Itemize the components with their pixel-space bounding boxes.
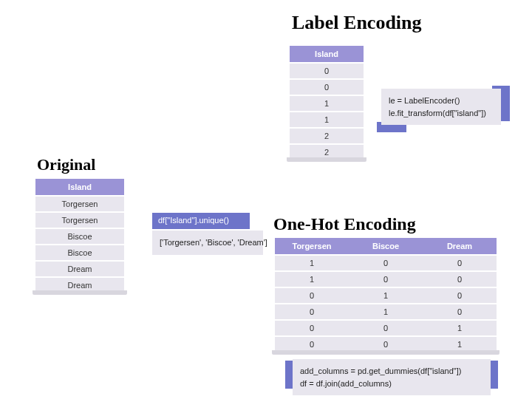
table-row: Biscoe: [35, 229, 124, 244]
code-label-encoding: le = LabelEncoder() le.fit_transform(df[…: [381, 89, 501, 125]
table-onehot-header: Dream: [423, 238, 497, 254]
heading-original: Original: [37, 155, 95, 174]
table-row: 010: [275, 288, 497, 303]
table-row: 2: [290, 129, 364, 143]
table-row: 0: [290, 64, 364, 78]
cell: 1: [349, 304, 423, 319]
table-row: 010: [275, 304, 497, 319]
code-accent: [491, 361, 498, 389]
table-shadow: [287, 157, 366, 162]
table-row: 1: [290, 96, 364, 111]
table-row: Torgersen: [35, 197, 124, 211]
table-onehot-header: Biscoe: [349, 238, 423, 254]
cell: 1: [349, 288, 423, 303]
table-row: 100: [275, 256, 497, 270]
code-line: le = LabelEncoder(): [389, 95, 494, 107]
table-onehot-header: Torgersen: [275, 238, 349, 254]
table-label-header: Island: [290, 46, 364, 62]
heading-label-encoding: Label Encoding: [292, 12, 422, 34]
cell: 0: [349, 272, 423, 287]
code-line: df = df.join(add_columns): [300, 378, 483, 390]
code-line: add_columns = pd.get_dummies(df["island"…: [300, 365, 483, 378]
code-accent: [285, 361, 293, 389]
table-shadow: [272, 350, 499, 355]
cell: 0: [275, 288, 349, 303]
cell: 0: [349, 337, 423, 352]
table-shadow: [33, 290, 127, 295]
cell: 1: [423, 337, 497, 352]
table-row: Biscoe: [35, 245, 124, 260]
table-onehot-encoding: Torgersen Biscoe Dream 100 100 010 010 0…: [275, 236, 497, 353]
cell: 0: [275, 321, 349, 335]
code-line: ['Torgersen', 'Biscoe', 'Dream']: [160, 236, 256, 249]
cell: 0: [423, 256, 497, 270]
cell: 0: [423, 288, 497, 303]
cell: 0: [349, 321, 423, 335]
cell: 1: [275, 256, 349, 270]
cell: 0: [349, 256, 423, 270]
table-row: Dream: [35, 262, 124, 276]
table-row: 100: [275, 272, 497, 287]
cell: 1: [423, 321, 497, 335]
code-original-output: ['Torgersen', 'Biscoe', 'Dream']: [152, 231, 263, 255]
cell: 0: [275, 304, 349, 319]
table-original: Island Torgersen Torgersen Biscoe Biscoe…: [35, 177, 124, 294]
code-onehot-encoding: add_columns = pd.get_dummies(df["island"…: [293, 359, 491, 395]
table-label-encoding: Island 0 0 1 1 2 2: [290, 44, 364, 161]
cell: 0: [423, 304, 497, 319]
table-original-header: Island: [35, 179, 124, 195]
code-original-call: df["Island"].unique(): [152, 213, 250, 229]
table-row: Torgersen: [35, 213, 124, 228]
table-row: 001: [275, 321, 497, 335]
code-line: le.fit_transform(df["island"]): [389, 107, 494, 120]
cell: 0: [423, 272, 497, 287]
table-row: 001: [275, 337, 497, 352]
cell: 1: [275, 272, 349, 287]
heading-onehot-encoding: One-Hot Encoding: [273, 214, 416, 234]
cell: 0: [275, 337, 349, 352]
table-row: 0: [290, 80, 364, 95]
table-row: 1: [290, 112, 364, 127]
